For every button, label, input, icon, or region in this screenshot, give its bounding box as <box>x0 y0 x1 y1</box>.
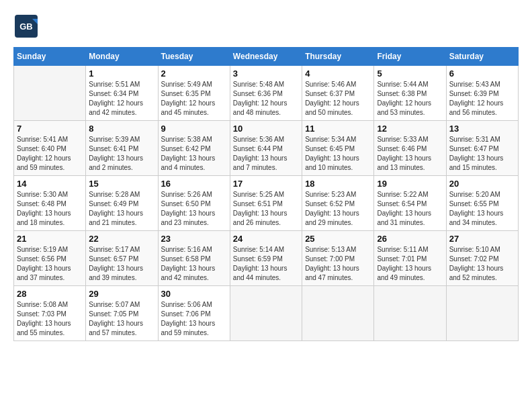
day-number: 1 <box>89 68 154 79</box>
day-info: Sunrise: 5:08 AM Sunset: 7:03 PM Dayligh… <box>17 300 83 338</box>
calendar-day-cell: 25Sunrise: 5:13 AM Sunset: 7:00 PM Dayli… <box>302 231 374 286</box>
calendar-day-cell: 14Sunrise: 5:30 AM Sunset: 6:48 PM Dayli… <box>14 176 86 231</box>
calendar-day-cell: 21Sunrise: 5:19 AM Sunset: 6:56 PM Dayli… <box>14 231 86 286</box>
day-info: Sunrise: 5:23 AM Sunset: 6:52 PM Dayligh… <box>305 190 371 228</box>
calendar-day-cell <box>374 286 446 341</box>
day-info: Sunrise: 5:06 AM Sunset: 7:06 PM Dayligh… <box>161 300 227 338</box>
calendar-day-cell: 24Sunrise: 5:14 AM Sunset: 6:59 PM Dayli… <box>230 231 302 286</box>
day-number: 23 <box>161 234 227 244</box>
calendar-day-cell: 6Sunrise: 5:43 AM Sunset: 6:39 PM Daylig… <box>446 66 518 121</box>
calendar-day-cell: 19Sunrise: 5:22 AM Sunset: 6:54 PM Dayli… <box>374 176 446 231</box>
day-number: 11 <box>305 124 371 134</box>
day-number: 18 <box>305 179 371 189</box>
day-info: Sunrise: 5:25 AM Sunset: 6:51 PM Dayligh… <box>233 190 299 228</box>
calendar-day-cell: 15Sunrise: 5:28 AM Sunset: 6:49 PM Dayli… <box>86 176 158 231</box>
calendar-day-cell: 22Sunrise: 5:17 AM Sunset: 6:57 PM Dayli… <box>86 231 158 286</box>
day-number: 22 <box>89 234 154 244</box>
day-info: Sunrise: 5:10 AM Sunset: 7:02 PM Dayligh… <box>449 245 515 283</box>
day-info: Sunrise: 5:49 AM Sunset: 6:35 PM Dayligh… <box>161 80 227 118</box>
day-of-week-header: Thursday <box>302 48 374 66</box>
day-number: 29 <box>89 289 154 299</box>
day-info: Sunrise: 5:44 AM Sunset: 6:38 PM Dayligh… <box>377 80 443 118</box>
logo: GB <box>13 13 42 39</box>
calendar-day-cell: 23Sunrise: 5:16 AM Sunset: 6:58 PM Dayli… <box>158 231 230 286</box>
day-info: Sunrise: 5:46 AM Sunset: 6:37 PM Dayligh… <box>305 80 371 118</box>
day-info: Sunrise: 5:33 AM Sunset: 6:46 PM Dayligh… <box>377 135 443 173</box>
day-info: Sunrise: 5:28 AM Sunset: 6:49 PM Dayligh… <box>89 190 154 228</box>
logo-icon: GB <box>13 13 39 39</box>
calendar-day-cell: 12Sunrise: 5:33 AM Sunset: 6:46 PM Dayli… <box>374 121 446 176</box>
day-info: Sunrise: 5:30 AM Sunset: 6:48 PM Dayligh… <box>17 190 83 228</box>
day-number: 28 <box>17 289 83 299</box>
days-header-row: SundayMondayTuesdayWednesdayThursdayFrid… <box>14 48 519 66</box>
calendar-day-cell <box>14 66 86 121</box>
calendar-day-cell <box>446 286 518 341</box>
calendar-day-cell: 3Sunrise: 5:48 AM Sunset: 6:36 PM Daylig… <box>230 66 302 121</box>
calendar-day-cell <box>230 286 302 341</box>
day-info: Sunrise: 5:19 AM Sunset: 6:56 PM Dayligh… <box>17 245 83 283</box>
calendar-week-row: 7Sunrise: 5:41 AM Sunset: 6:40 PM Daylig… <box>14 121 519 176</box>
calendar-day-cell: 18Sunrise: 5:23 AM Sunset: 6:52 PM Dayli… <box>302 176 374 231</box>
day-info: Sunrise: 5:36 AM Sunset: 6:44 PM Dayligh… <box>233 135 299 173</box>
day-number: 19 <box>377 179 443 189</box>
day-info: Sunrise: 5:31 AM Sunset: 6:47 PM Dayligh… <box>449 135 515 173</box>
calendar-table: SundayMondayTuesdayWednesdayThursdayFrid… <box>13 47 519 341</box>
calendar-day-cell: 13Sunrise: 5:31 AM Sunset: 6:47 PM Dayli… <box>446 121 518 176</box>
calendar-day-cell: 1Sunrise: 5:51 AM Sunset: 6:34 PM Daylig… <box>86 66 158 121</box>
day-info: Sunrise: 5:17 AM Sunset: 6:57 PM Dayligh… <box>89 245 154 283</box>
day-number: 16 <box>161 179 227 189</box>
day-info: Sunrise: 5:14 AM Sunset: 6:59 PM Dayligh… <box>233 245 299 283</box>
day-info: Sunrise: 5:13 AM Sunset: 7:00 PM Dayligh… <box>305 245 371 283</box>
day-number: 17 <box>233 179 299 189</box>
day-number: 10 <box>233 124 299 134</box>
day-info: Sunrise: 5:51 AM Sunset: 6:34 PM Dayligh… <box>89 80 154 118</box>
day-of-week-header: Friday <box>374 48 446 66</box>
day-number: 2 <box>161 68 227 79</box>
calendar-week-row: 21Sunrise: 5:19 AM Sunset: 6:56 PM Dayli… <box>14 231 519 286</box>
day-number: 12 <box>377 124 443 134</box>
day-number: 27 <box>449 234 515 244</box>
day-number: 8 <box>89 124 154 134</box>
calendar-day-cell: 4Sunrise: 5:46 AM Sunset: 6:37 PM Daylig… <box>302 66 374 121</box>
day-info: Sunrise: 5:22 AM Sunset: 6:54 PM Dayligh… <box>377 190 443 228</box>
calendar-day-cell <box>302 286 374 341</box>
day-number: 9 <box>161 124 227 134</box>
calendar-week-row: 14Sunrise: 5:30 AM Sunset: 6:48 PM Dayli… <box>14 176 519 231</box>
day-number: 25 <box>305 234 371 244</box>
day-info: Sunrise: 5:26 AM Sunset: 6:50 PM Dayligh… <box>161 190 227 228</box>
day-number: 15 <box>89 179 154 189</box>
calendar-day-cell: 2Sunrise: 5:49 AM Sunset: 6:35 PM Daylig… <box>158 66 230 121</box>
day-info: Sunrise: 5:39 AM Sunset: 6:41 PM Dayligh… <box>89 135 154 173</box>
calendar-day-cell: 30Sunrise: 5:06 AM Sunset: 7:06 PM Dayli… <box>158 286 230 341</box>
day-number: 21 <box>17 234 83 244</box>
day-info: Sunrise: 5:43 AM Sunset: 6:39 PM Dayligh… <box>449 80 515 118</box>
day-of-week-header: Tuesday <box>158 48 230 66</box>
calendar-day-cell: 8Sunrise: 5:39 AM Sunset: 6:41 PM Daylig… <box>86 121 158 176</box>
calendar-week-row: 28Sunrise: 5:08 AM Sunset: 7:03 PM Dayli… <box>14 286 519 341</box>
day-info: Sunrise: 5:20 AM Sunset: 6:55 PM Dayligh… <box>449 190 515 228</box>
day-of-week-header: Monday <box>86 48 158 66</box>
calendar-week-row: 1Sunrise: 5:51 AM Sunset: 6:34 PM Daylig… <box>14 66 519 121</box>
day-info: Sunrise: 5:38 AM Sunset: 6:42 PM Dayligh… <box>161 135 227 173</box>
calendar-day-cell: 7Sunrise: 5:41 AM Sunset: 6:40 PM Daylig… <box>14 121 86 176</box>
day-number: 7 <box>17 124 83 134</box>
day-number: 24 <box>233 234 299 244</box>
day-info: Sunrise: 5:11 AM Sunset: 7:01 PM Dayligh… <box>377 245 443 283</box>
day-number: 30 <box>161 289 227 299</box>
day-info: Sunrise: 5:48 AM Sunset: 6:36 PM Dayligh… <box>233 80 299 118</box>
day-number: 13 <box>449 124 515 134</box>
svg-text:GB: GB <box>19 21 33 32</box>
calendar-day-cell: 16Sunrise: 5:26 AM Sunset: 6:50 PM Dayli… <box>158 176 230 231</box>
calendar-day-cell: 28Sunrise: 5:08 AM Sunset: 7:03 PM Dayli… <box>14 286 86 341</box>
day-number: 26 <box>377 234 443 244</box>
day-number: 4 <box>305 68 371 79</box>
calendar-day-cell: 5Sunrise: 5:44 AM Sunset: 6:38 PM Daylig… <box>374 66 446 121</box>
day-number: 20 <box>449 179 515 189</box>
day-number: 3 <box>233 68 299 79</box>
calendar-day-cell: 11Sunrise: 5:34 AM Sunset: 6:45 PM Dayli… <box>302 121 374 176</box>
calendar-day-cell: 10Sunrise: 5:36 AM Sunset: 6:44 PM Dayli… <box>230 121 302 176</box>
day-info: Sunrise: 5:34 AM Sunset: 6:45 PM Dayligh… <box>305 135 371 173</box>
page-header: GB <box>13 13 519 39</box>
day-of-week-header: Wednesday <box>230 48 302 66</box>
day-number: 6 <box>449 68 515 79</box>
